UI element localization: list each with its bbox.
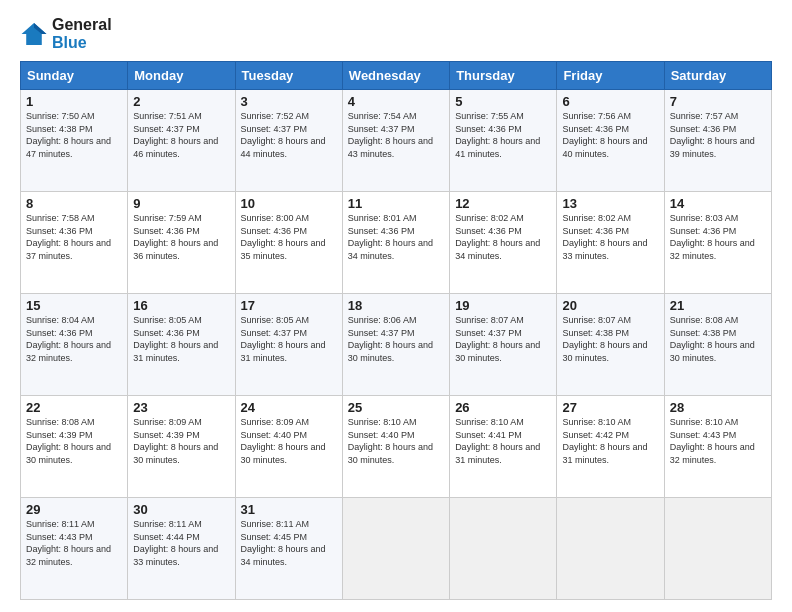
- day-cell: 13 Sunrise: 8:02 AMSunset: 4:36 PMDaylig…: [557, 192, 664, 294]
- week-row-5: 29 Sunrise: 8:11 AMSunset: 4:43 PMDaylig…: [21, 498, 772, 600]
- day-cell: 17 Sunrise: 8:05 AMSunset: 4:37 PMDaylig…: [235, 294, 342, 396]
- day-cell: 20 Sunrise: 8:07 AMSunset: 4:38 PMDaylig…: [557, 294, 664, 396]
- day-info: Sunrise: 8:06 AMSunset: 4:37 PMDaylight:…: [348, 315, 433, 363]
- day-number: 3: [241, 94, 337, 109]
- day-cell: 24 Sunrise: 8:09 AMSunset: 4:40 PMDaylig…: [235, 396, 342, 498]
- header: General Blue: [20, 16, 772, 51]
- week-row-2: 8 Sunrise: 7:58 AMSunset: 4:36 PMDayligh…: [21, 192, 772, 294]
- day-cell: 10 Sunrise: 8:00 AMSunset: 4:36 PMDaylig…: [235, 192, 342, 294]
- day-number: 26: [455, 400, 551, 415]
- day-number: 12: [455, 196, 551, 211]
- day-number: 31: [241, 502, 337, 517]
- logo: General Blue: [20, 16, 112, 51]
- day-cell: 19 Sunrise: 8:07 AMSunset: 4:37 PMDaylig…: [450, 294, 557, 396]
- day-cell: 28 Sunrise: 8:10 AMSunset: 4:43 PMDaylig…: [664, 396, 771, 498]
- day-info: Sunrise: 8:03 AMSunset: 4:36 PMDaylight:…: [670, 213, 755, 261]
- day-info: Sunrise: 7:57 AMSunset: 4:36 PMDaylight:…: [670, 111, 755, 159]
- day-cell: [557, 498, 664, 600]
- day-number: 21: [670, 298, 766, 313]
- day-info: Sunrise: 8:10 AMSunset: 4:42 PMDaylight:…: [562, 417, 647, 465]
- day-cell: 11 Sunrise: 8:01 AMSunset: 4:36 PMDaylig…: [342, 192, 449, 294]
- day-info: Sunrise: 7:54 AMSunset: 4:37 PMDaylight:…: [348, 111, 433, 159]
- day-cell: 16 Sunrise: 8:05 AMSunset: 4:36 PMDaylig…: [128, 294, 235, 396]
- day-number: 10: [241, 196, 337, 211]
- weekday-header-monday: Monday: [128, 62, 235, 90]
- week-row-3: 15 Sunrise: 8:04 AMSunset: 4:36 PMDaylig…: [21, 294, 772, 396]
- day-info: Sunrise: 7:52 AMSunset: 4:37 PMDaylight:…: [241, 111, 326, 159]
- day-cell: 26 Sunrise: 8:10 AMSunset: 4:41 PMDaylig…: [450, 396, 557, 498]
- day-cell: 12 Sunrise: 8:02 AMSunset: 4:36 PMDaylig…: [450, 192, 557, 294]
- day-number: 15: [26, 298, 122, 313]
- day-number: 23: [133, 400, 229, 415]
- day-number: 8: [26, 196, 122, 211]
- day-number: 24: [241, 400, 337, 415]
- day-info: Sunrise: 8:11 AMSunset: 4:43 PMDaylight:…: [26, 519, 111, 567]
- day-cell: 3 Sunrise: 7:52 AMSunset: 4:37 PMDayligh…: [235, 90, 342, 192]
- day-info: Sunrise: 8:07 AMSunset: 4:38 PMDaylight:…: [562, 315, 647, 363]
- day-info: Sunrise: 8:10 AMSunset: 4:43 PMDaylight:…: [670, 417, 755, 465]
- day-info: Sunrise: 7:51 AMSunset: 4:37 PMDaylight:…: [133, 111, 218, 159]
- weekday-header-tuesday: Tuesday: [235, 62, 342, 90]
- day-number: 5: [455, 94, 551, 109]
- day-number: 30: [133, 502, 229, 517]
- day-cell: [664, 498, 771, 600]
- day-number: 18: [348, 298, 444, 313]
- day-info: Sunrise: 8:00 AMSunset: 4:36 PMDaylight:…: [241, 213, 326, 261]
- day-info: Sunrise: 8:02 AMSunset: 4:36 PMDaylight:…: [562, 213, 647, 261]
- day-number: 2: [133, 94, 229, 109]
- day-info: Sunrise: 7:58 AMSunset: 4:36 PMDaylight:…: [26, 213, 111, 261]
- weekday-header-thursday: Thursday: [450, 62, 557, 90]
- day-info: Sunrise: 8:10 AMSunset: 4:41 PMDaylight:…: [455, 417, 540, 465]
- day-cell: 30 Sunrise: 8:11 AMSunset: 4:44 PMDaylig…: [128, 498, 235, 600]
- day-number: 13: [562, 196, 658, 211]
- day-cell: [450, 498, 557, 600]
- day-cell: 25 Sunrise: 8:10 AMSunset: 4:40 PMDaylig…: [342, 396, 449, 498]
- day-info: Sunrise: 8:04 AMSunset: 4:36 PMDaylight:…: [26, 315, 111, 363]
- day-info: Sunrise: 8:09 AMSunset: 4:39 PMDaylight:…: [133, 417, 218, 465]
- day-info: Sunrise: 8:01 AMSunset: 4:36 PMDaylight:…: [348, 213, 433, 261]
- day-cell: 8 Sunrise: 7:58 AMSunset: 4:36 PMDayligh…: [21, 192, 128, 294]
- week-row-1: 1 Sunrise: 7:50 AMSunset: 4:38 PMDayligh…: [21, 90, 772, 192]
- day-number: 6: [562, 94, 658, 109]
- logo-icon: [20, 20, 48, 48]
- day-cell: 1 Sunrise: 7:50 AMSunset: 4:38 PMDayligh…: [21, 90, 128, 192]
- day-info: Sunrise: 8:08 AMSunset: 4:39 PMDaylight:…: [26, 417, 111, 465]
- day-cell: 15 Sunrise: 8:04 AMSunset: 4:36 PMDaylig…: [21, 294, 128, 396]
- day-info: Sunrise: 8:11 AMSunset: 4:45 PMDaylight:…: [241, 519, 326, 567]
- day-info: Sunrise: 8:02 AMSunset: 4:36 PMDaylight:…: [455, 213, 540, 261]
- day-cell: 5 Sunrise: 7:55 AMSunset: 4:36 PMDayligh…: [450, 90, 557, 192]
- day-cell: 9 Sunrise: 7:59 AMSunset: 4:36 PMDayligh…: [128, 192, 235, 294]
- calendar-table: SundayMondayTuesdayWednesdayThursdayFrid…: [20, 61, 772, 600]
- day-info: Sunrise: 8:11 AMSunset: 4:44 PMDaylight:…: [133, 519, 218, 567]
- week-row-4: 22 Sunrise: 8:08 AMSunset: 4:39 PMDaylig…: [21, 396, 772, 498]
- weekday-header-friday: Friday: [557, 62, 664, 90]
- day-cell: 18 Sunrise: 8:06 AMSunset: 4:37 PMDaylig…: [342, 294, 449, 396]
- day-number: 14: [670, 196, 766, 211]
- day-cell: [342, 498, 449, 600]
- weekday-header-saturday: Saturday: [664, 62, 771, 90]
- day-cell: 22 Sunrise: 8:08 AMSunset: 4:39 PMDaylig…: [21, 396, 128, 498]
- day-info: Sunrise: 8:07 AMSunset: 4:37 PMDaylight:…: [455, 315, 540, 363]
- day-info: Sunrise: 7:50 AMSunset: 4:38 PMDaylight:…: [26, 111, 111, 159]
- day-number: 28: [670, 400, 766, 415]
- day-number: 20: [562, 298, 658, 313]
- day-info: Sunrise: 8:05 AMSunset: 4:37 PMDaylight:…: [241, 315, 326, 363]
- day-cell: 2 Sunrise: 7:51 AMSunset: 4:37 PMDayligh…: [128, 90, 235, 192]
- day-cell: 6 Sunrise: 7:56 AMSunset: 4:36 PMDayligh…: [557, 90, 664, 192]
- day-number: 22: [26, 400, 122, 415]
- day-number: 1: [26, 94, 122, 109]
- weekday-header-sunday: Sunday: [21, 62, 128, 90]
- day-number: 4: [348, 94, 444, 109]
- day-cell: 29 Sunrise: 8:11 AMSunset: 4:43 PMDaylig…: [21, 498, 128, 600]
- day-info: Sunrise: 7:59 AMSunset: 4:36 PMDaylight:…: [133, 213, 218, 261]
- day-number: 25: [348, 400, 444, 415]
- day-cell: 27 Sunrise: 8:10 AMSunset: 4:42 PMDaylig…: [557, 396, 664, 498]
- logo-text: General Blue: [52, 16, 112, 51]
- day-info: Sunrise: 7:56 AMSunset: 4:36 PMDaylight:…: [562, 111, 647, 159]
- day-info: Sunrise: 8:05 AMSunset: 4:36 PMDaylight:…: [133, 315, 218, 363]
- day-info: Sunrise: 8:08 AMSunset: 4:38 PMDaylight:…: [670, 315, 755, 363]
- day-cell: 31 Sunrise: 8:11 AMSunset: 4:45 PMDaylig…: [235, 498, 342, 600]
- day-cell: 23 Sunrise: 8:09 AMSunset: 4:39 PMDaylig…: [128, 396, 235, 498]
- weekday-header-wednesday: Wednesday: [342, 62, 449, 90]
- day-number: 16: [133, 298, 229, 313]
